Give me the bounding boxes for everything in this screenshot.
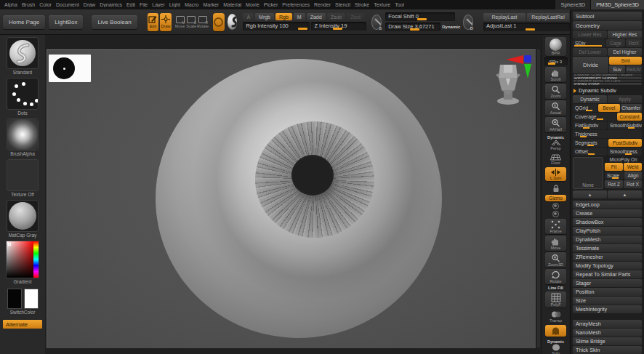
- menu-item[interactable]: Alpha: [2, 2, 20, 7]
- menu-item[interactable]: Light: [167, 2, 182, 7]
- tool-tab-pm3d-sphere3d[interactable]: PM3D_Sphere3D: [590, 0, 644, 9]
- lower-res-button[interactable]: Lower Res: [573, 31, 607, 39]
- segments-slider[interactable]: Segments: [573, 139, 608, 147]
- rotate-button[interactable]: R Rotate: [197, 13, 209, 31]
- menu-item[interactable]: Edit: [124, 2, 137, 7]
- scroll-button[interactable]: Scroll: [545, 67, 566, 82]
- menu-item[interactable]: Preferences: [280, 2, 312, 7]
- scale-button[interactable]: S Scale: [185, 13, 197, 31]
- panel-section-header[interactable]: NanoMesh: [573, 329, 642, 337]
- reconstruct-subdiv-button[interactable]: Reconstruct Subdiv: [573, 77, 642, 79]
- fit-button[interactable]: Fit: [605, 163, 623, 171]
- mode-a-button[interactable]: A: [243, 13, 254, 20]
- post-subdiv-button[interactable]: PostSubdiv: [608, 139, 642, 147]
- secondary-color-swatch[interactable]: [24, 289, 39, 309]
- coverage-slider[interactable]: Coverage: [573, 113, 616, 121]
- thickness-slider[interactable]: Thickness: [573, 130, 642, 138]
- panel-section-header[interactable]: ArrayMesh: [573, 320, 642, 328]
- live-boolean-button[interactable]: Live Boolean: [92, 15, 137, 29]
- convert-bpr-button[interactable]: Convert BPR To Geo: [573, 80, 642, 82]
- suv-button[interactable]: Suv: [609, 65, 625, 73]
- sculptris-pro-button[interactable]: S: [371, 15, 382, 30]
- panel-section-header[interactable]: ShadowBox: [573, 218, 642, 226]
- sdiv-slider[interactable]: SDiv: [573, 39, 605, 47]
- menu-item[interactable]: Draw: [81, 2, 97, 7]
- m-button[interactable]: M: [294, 13, 305, 20]
- menu-item[interactable]: Render: [312, 2, 333, 7]
- weld-button[interactable]: Weld: [624, 163, 642, 171]
- move-3d-button[interactable]: Move: [545, 236, 566, 251]
- panel-section-header[interactable]: Tessimate: [573, 244, 642, 252]
- dynamic-draw-size-button[interactable]: D: [463, 15, 473, 30]
- menu-item[interactable]: Dynamics: [97, 2, 124, 7]
- panel-section-header[interactable]: Stager: [573, 279, 642, 287]
- rstx-button[interactable]: RstX: [626, 39, 642, 47]
- qgrid-slider[interactable]: QGrid: [573, 104, 597, 112]
- zcut-button[interactable]: Zcut: [347, 13, 364, 20]
- frame-button[interactable]: Frame: [545, 219, 566, 234]
- aahalf-button[interactable]: AAHalf: [545, 117, 566, 132]
- shelf-dot-icon-2[interactable]: [552, 211, 559, 217]
- document-canvas[interactable]: [47, 49, 536, 348]
- zadd-button[interactable]: Zadd: [307, 13, 326, 20]
- dynamic-button[interactable]: Dynamic: [573, 95, 607, 103]
- panel-section-header[interactable]: EdgeLoop: [573, 201, 642, 209]
- micropoly-prev-button[interactable]: ▲: [573, 190, 607, 198]
- solo-button[interactable]: Dynamic Solo: [545, 338, 566, 354]
- divide-button[interactable]: Divide: [573, 57, 608, 73]
- current-brush-thumbnail[interactable]: [7, 37, 39, 69]
- menu-item[interactable]: Brush: [20, 2, 37, 7]
- menu-item[interactable]: Transform: [406, 2, 407, 7]
- move-button[interactable]: M Move: [174, 13, 186, 31]
- replay-last-button[interactable]: ReplayLast: [483, 13, 526, 21]
- align-button[interactable]: Align: [624, 172, 642, 180]
- dynamic-mode-label[interactable]: Dynamic: [442, 25, 460, 29]
- panel-section-header[interactable]: ClayPolish: [573, 227, 642, 235]
- panel-section-header[interactable]: Position: [573, 288, 642, 296]
- smoothness-slider[interactable]: Smoothness: [608, 148, 642, 156]
- del-higher-button[interactable]: Del Higher: [608, 48, 642, 56]
- offset-slider[interactable]: Offset: [573, 148, 607, 156]
- panel-section-header[interactable]: Repeat To Similar Parts: [573, 270, 642, 278]
- focal-shift-slider[interactable]: Focal Shift 0: [385, 12, 455, 21]
- current-stroke-thumbnail[interactable]: [7, 78, 39, 110]
- panel-section-header[interactable]: DynaMesh: [573, 236, 642, 244]
- del-lower-button[interactable]: Del Lower: [573, 48, 607, 56]
- cage-button[interactable]: Cage: [606, 39, 625, 47]
- panel-section-header[interactable]: MeshIntegrity: [573, 305, 642, 313]
- current-brush-sphere[interactable]: [228, 14, 238, 30]
- ghost-button[interactable]: [545, 325, 566, 337]
- menu-item[interactable]: Material: [221, 2, 243, 7]
- edit-button[interactable]: Edit: [148, 13, 159, 31]
- rot-z-button[interactable]: Rot Z: [605, 180, 623, 188]
- micropoly-next-button[interactable]: ▲: [608, 190, 642, 198]
- menu-item[interactable]: Tool: [393, 2, 406, 7]
- color-picker[interactable]: [6, 241, 39, 278]
- lightbox-button[interactable]: LightBox: [49, 15, 83, 29]
- menu-item[interactable]: Picker: [262, 2, 280, 7]
- menu-item[interactable]: Stroke: [353, 2, 371, 7]
- current-texture-thumbnail[interactable]: [7, 159, 39, 191]
- local-symmetry-button[interactable]: L.Sym: [545, 167, 566, 181]
- menu-item[interactable]: File: [137, 2, 150, 7]
- higher-res-button[interactable]: Higher Res: [608, 31, 642, 39]
- axis-gizmo[interactable]: [504, 53, 535, 79]
- smt-button[interactable]: Smt: [609, 57, 642, 65]
- rot-x-button[interactable]: Rot X: [624, 180, 642, 188]
- saturation-value-square[interactable]: [7, 241, 33, 278]
- micropoly-mesh-thumbnail[interactable]: None: [573, 157, 603, 189]
- panel-section-header[interactable]: Size: [573, 297, 642, 305]
- bevel-button[interactable]: Bevel: [598, 104, 620, 112]
- draw-size-slider[interactable]: Draw Size 3.67271: [385, 23, 440, 31]
- proxy-pose-button[interactable]: Proxy Pose: [573, 83, 642, 85]
- panel-section-header[interactable]: Thick Skin: [573, 346, 642, 354]
- floor-button[interactable]: Floor: [545, 153, 566, 166]
- freeze-subdivision-button[interactable]: Freeze SubDivision Levels: [573, 74, 642, 76]
- stroke-circle-button[interactable]: [213, 13, 225, 31]
- subtool-section-header[interactable]: Subtool: [573, 12, 642, 20]
- smooth-subdiv-slider[interactable]: SmoothSubdiv: [608, 121, 642, 129]
- geometry-section-header[interactable]: Geometry: [573, 21, 642, 30]
- replay-last-rel-button[interactable]: ReplayLastRel: [527, 13, 569, 21]
- polyframe-button[interactable]: PolyF: [545, 291, 566, 307]
- menu-item[interactable]: Texture: [371, 2, 393, 7]
